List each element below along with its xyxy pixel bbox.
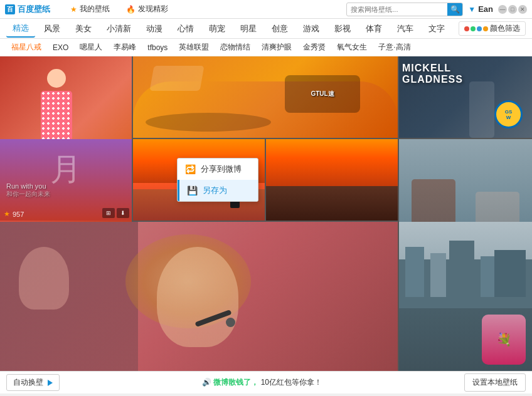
- mainnav-qiche[interactable]: 汽车: [391, 21, 420, 37]
- window-controls: — □ ✕: [498, 5, 527, 14]
- maximize-button[interactable]: □: [508, 5, 517, 14]
- photo-action-buttons: ⊞ ⬇: [102, 208, 129, 218]
- run-with-you-text: Run with you 和你一起向未来: [6, 182, 50, 199]
- subnav-lianwu[interactable]: 恋物情结: [215, 40, 255, 55]
- subnav-enxingren[interactable]: 嗯星人: [75, 40, 107, 55]
- subnav-jinxiuxian[interactable]: 金秀贤: [298, 40, 331, 55]
- subnav-fuxing[interactable]: 福星八戒: [6, 40, 46, 55]
- mainnav-fengjing[interactable]: 风景: [38, 21, 66, 37]
- search-input[interactable]: [347, 6, 447, 13]
- search-bar: 🔍: [346, 3, 463, 16]
- color-filter-button[interactable]: 颜色筛选: [459, 21, 526, 36]
- notice-text-highlight: 微博散钱了，: [213, 378, 258, 387]
- main-navigation: 精选 风景 美女 小清新 动漫 心情 萌宠 明星 创意 游戏 影视 体育 汽车 …: [0, 19, 532, 39]
- close-button[interactable]: ✕: [518, 5, 527, 14]
- photo-sunset-lamp[interactable]: 🔁 分享到微博 💾 另存为: [133, 139, 265, 221]
- photo-city-waterfront[interactable]: 💐: [399, 222, 532, 371]
- color-filter-label: 颜色筛选: [490, 23, 520, 34]
- favorite-icon: ★: [4, 210, 10, 218]
- mainnav-yingshi[interactable]: 影视: [328, 21, 357, 37]
- mainnav-xiaoqingxin[interactable]: 小清新: [100, 21, 137, 37]
- auto-change-button[interactable]: 自动换壁: [6, 374, 60, 391]
- bottom-bar: 自动换壁 🔊 微博散钱了， 10亿红包等你拿！ 设置本地壁纸: [0, 371, 532, 393]
- blue-dot: [477, 26, 482, 31]
- photo-stats: ★ 957: [4, 210, 24, 218]
- share-weibo-item[interactable]: 🔁 分享到微博: [178, 159, 258, 180]
- star-icon: ★: [70, 5, 77, 14]
- subnav-liyifeng[interactable]: 李易峰: [109, 40, 141, 55]
- app-title: 百度壁纸: [18, 4, 50, 15]
- subnav-tfboys[interactable]: tfboys: [142, 41, 173, 54]
- mainnav-youxi[interactable]: 游戏: [297, 21, 326, 37]
- username: Ean: [478, 4, 493, 14]
- color-dots: [464, 26, 488, 31]
- search-button[interactable]: 🔍: [447, 3, 462, 16]
- mainnav-chuangyi[interactable]: 创意: [265, 21, 294, 37]
- photo-orange-car[interactable]: GTUL速: [133, 56, 398, 138]
- fire-icon: 🔥: [126, 5, 136, 14]
- mainnav-wenzi[interactable]: 文字: [422, 21, 451, 37]
- photo-download-button[interactable]: ⬇: [117, 208, 129, 218]
- discover-tab[interactable]: 🔥 发现精彩: [119, 1, 176, 17]
- photo-run-with-you[interactable]: 月 Run with you 和你一起向未来 ★ 957 ⊞ ⬇: [0, 139, 132, 221]
- mainnav-jingxuan[interactable]: 精选: [6, 20, 35, 38]
- red-dot: [464, 26, 469, 31]
- set-wallpaper-button[interactable]: 设置本地壁纸: [464, 373, 526, 392]
- photo-basketball[interactable]: MICKELLGLADNESS GSW: [399, 56, 532, 138]
- subnav-yanqinv[interactable]: 氧气女生: [332, 40, 372, 55]
- mainnav-meinv[interactable]: 美女: [69, 21, 98, 37]
- mainnav-tiyu[interactable]: 体育: [359, 21, 388, 37]
- weibo-notice: 🔊 微博散钱了， 10亿红包等你拿！: [60, 377, 464, 388]
- photo-headset-guy[interactable]: [0, 222, 398, 371]
- save-icon: 💾: [187, 185, 198, 195]
- speaker-icon: 🔊: [202, 378, 211, 387]
- photo-star-button[interactable]: ⊞: [102, 208, 115, 218]
- my-wallpaper-tab[interactable]: ★ 我的壁纸: [63, 1, 117, 17]
- titlebar: 百 百度壁纸 ★ 我的壁纸 🔥 发现精彩 🔍 ▼ Ean — □ ✕: [0, 0, 532, 19]
- subnav-ziyi[interactable]: 子意·高清: [373, 40, 415, 55]
- sub-navigation: 福星八戒 EXO 嗯星人 李易峰 tfboys 英雄联盟 恋物情结 清爽护眼 金…: [0, 39, 532, 56]
- mainnav-dongman[interactable]: 动漫: [140, 21, 169, 37]
- play-icon: [48, 380, 53, 386]
- nav-tabs: ★ 我的壁纸 🔥 发现精彩: [63, 1, 346, 17]
- share-icon: 🔁: [185, 164, 196, 174]
- subnav-qingshuang[interactable]: 清爽护眼: [257, 40, 297, 55]
- content-area: GTUL速 MICKELLGLADNESS GSW 月 Run with you…: [0, 56, 532, 371]
- notice-text-amount: 10亿红包等你拿！: [261, 378, 322, 387]
- yellow-dot: [483, 26, 488, 31]
- mainnav-xinqing[interactable]: 心情: [171, 21, 200, 37]
- logo-icon: 百: [5, 4, 15, 14]
- minimize-button[interactable]: —: [498, 5, 507, 14]
- app-logo: 百 百度壁纸: [5, 4, 50, 15]
- favorite-count: 957: [13, 211, 24, 218]
- auto-change-label: 自动换壁: [13, 377, 43, 388]
- user-area: ▼ Ean: [468, 4, 493, 14]
- context-menu: 🔁 分享到微博 💾 另存为: [177, 158, 258, 202]
- save-as-item[interactable]: 💾 另存为: [178, 180, 258, 201]
- photo-sunset-landscape[interactable]: [266, 139, 398, 221]
- subnav-exo[interactable]: EXO: [48, 41, 73, 54]
- mainnav-mengchong[interactable]: 萌宠: [203, 21, 231, 37]
- mainnav-mingxing[interactable]: 明星: [234, 21, 263, 37]
- subnav-yinghao[interactable]: 英雄联盟: [174, 40, 214, 55]
- green-dot: [471, 26, 476, 31]
